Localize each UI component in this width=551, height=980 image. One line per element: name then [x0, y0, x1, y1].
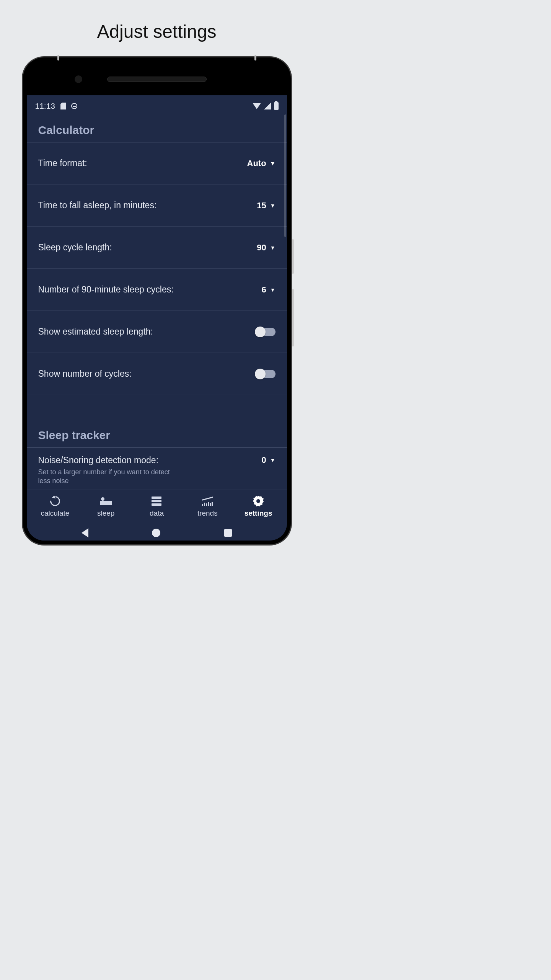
screen: 11:13 Calculator Time format:	[27, 95, 287, 541]
row-cycle-length[interactable]: Sleep cycle length: 90 ▼	[27, 227, 287, 269]
gear-icon	[253, 496, 264, 506]
page-title: Adjust settings	[0, 0, 313, 57]
sync-icon	[71, 103, 77, 109]
label-noise-mode: Noise/Snoring detection mode:	[38, 455, 180, 466]
scrollbar[interactable]	[284, 114, 286, 237]
label-show-length: Show estimated sleep length:	[38, 327, 153, 337]
home-button[interactable]	[152, 529, 160, 537]
system-nav	[27, 521, 287, 541]
bed-icon	[100, 497, 112, 505]
nav-sleep[interactable]: sleep	[80, 495, 131, 518]
wifi-icon	[253, 103, 261, 109]
phone-camera	[75, 75, 82, 83]
row-show-length[interactable]: Show estimated sleep length:	[27, 311, 287, 353]
dropdown-noise-mode[interactable]: 0 ▼	[261, 455, 275, 465]
row-noise-mode[interactable]: Noise/Snoring detection mode: Set to a l…	[27, 448, 287, 490]
nav-settings[interactable]: settings	[233, 495, 284, 518]
status-time: 11:13	[35, 101, 55, 111]
back-button[interactable]	[82, 528, 88, 537]
row-num-cycles[interactable]: Number of 90-minute sleep cycles: 6 ▼	[27, 269, 287, 311]
battery-icon	[274, 102, 279, 110]
label-time-format: Time format:	[38, 158, 87, 168]
dropdown-time-format[interactable]: Auto ▼	[247, 158, 276, 168]
refresh-icon	[48, 494, 62, 508]
dropdown-fall-asleep[interactable]: 15 ▼	[257, 201, 275, 211]
dropdown-num-cycles[interactable]: 6 ▼	[261, 285, 275, 295]
phone-frame: 11:13 Calculator Time format:	[0, 57, 313, 544]
row-time-format[interactable]: Time format: Auto ▼	[27, 142, 287, 185]
row-fall-asleep[interactable]: Time to fall asleep, in minutes: 15 ▼	[27, 185, 287, 227]
nav-trends[interactable]: trends	[182, 495, 233, 518]
nav-data[interactable]: data	[131, 495, 182, 518]
chevron-down-icon: ▼	[270, 287, 276, 293]
nav-calculate[interactable]: calculate	[30, 495, 81, 518]
section-header-calculator: Calculator	[27, 117, 287, 142]
bottom-nav: calculate sleep data	[27, 490, 287, 521]
phone-speaker	[107, 77, 207, 82]
dropdown-cycle-length[interactable]: 90 ▼	[257, 243, 275, 253]
label-show-cycles: Show number of cycles:	[38, 369, 132, 379]
list-icon	[152, 497, 161, 506]
status-bar: 11:13	[27, 95, 287, 117]
label-num-cycles: Number of 90-minute sleep cycles:	[38, 284, 174, 295]
row-show-cycles[interactable]: Show number of cycles:	[27, 353, 287, 395]
label-fall-asleep: Time to fall asleep, in minutes:	[38, 200, 157, 211]
recent-apps-button[interactable]	[224, 529, 232, 537]
sd-card-icon	[60, 103, 66, 109]
signal-icon	[264, 103, 271, 109]
chevron-down-icon: ▼	[270, 245, 276, 251]
toggle-show-length[interactable]	[256, 328, 276, 336]
label-cycle-length: Sleep cycle length:	[38, 242, 112, 253]
chevron-down-icon: ▼	[270, 457, 276, 463]
chevron-down-icon: ▼	[270, 203, 276, 209]
section-header-sleep-tracker: Sleep tracker	[27, 422, 287, 448]
chevron-down-icon: ▼	[270, 160, 276, 167]
chart-icon	[202, 496, 213, 506]
sublabel-noise-mode: Set to a larger number if you want to de…	[38, 468, 180, 486]
toggle-show-cycles[interactable]	[256, 370, 276, 378]
